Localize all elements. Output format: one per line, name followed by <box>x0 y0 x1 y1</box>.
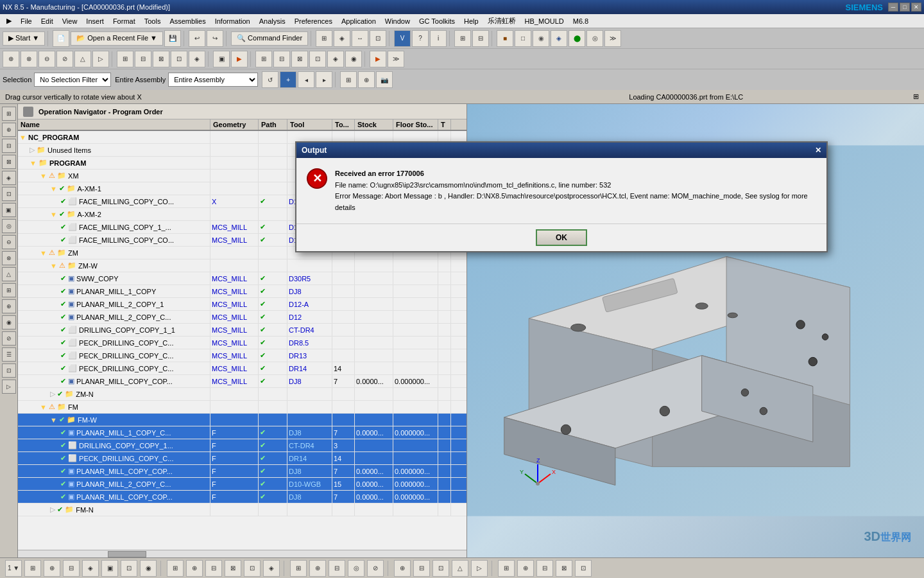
tb2-btn17[interactable]: ⊡ <box>309 51 326 67</box>
snap-btn[interactable]: ⊞ <box>316 30 332 47</box>
sidebar-icon-5[interactable]: ◈ <box>2 171 16 185</box>
menu-application[interactable]: Application <box>338 16 380 26</box>
menu-edit[interactable]: Edit <box>37 16 57 26</box>
filter-btn6[interactable]: ⊕ <box>358 71 375 88</box>
tb2-btn11[interactable]: ◈ <box>189 51 205 67</box>
sidebar-icon-11[interactable]: △ <box>2 267 16 281</box>
tb2-btn19[interactable]: ◉ <box>345 51 362 67</box>
menu-start[interactable]: ▶ <box>3 15 15 26</box>
table-row[interactable]: ✔ ▣ SWW_COPY MCS_MILL ✔ D30R5 <box>18 272 466 285</box>
menu-file[interactable]: File <box>17 16 36 26</box>
bottom-btn-13[interactable]: ⊡ <box>244 560 261 577</box>
bottom-btn-8[interactable]: ◉ <box>140 560 157 577</box>
grid-btn[interactable]: ⊞ <box>454 30 471 47</box>
tb2-more-btn[interactable]: ≫ <box>388 51 404 67</box>
bottom-btn-29[interactable]: ⊡ <box>575 560 592 577</box>
bottom-btn-10[interactable]: ⊕ <box>186 560 203 577</box>
close-button[interactable]: ✕ <box>911 3 921 12</box>
bottom-btn-27[interactable]: ⊟ <box>536 560 553 577</box>
sidebar-icon-14[interactable]: ◉ <box>2 315 16 329</box>
tb2-btn4[interactable]: ⊘ <box>56 51 73 67</box>
table-row[interactable]: ▼ ✔ 📁 FM-W <box>18 414 466 426</box>
tb2-btn7[interactable]: ⊞ <box>117 51 133 67</box>
sidebar-icon-17[interactable]: ⊡ <box>2 363 16 378</box>
bottom-btn-5[interactable]: ◈ <box>82 560 99 577</box>
tb2-btn15[interactable]: ⊟ <box>273 51 290 67</box>
table-row[interactable]: ▼ ⚠ 📁 ZM-W <box>18 259 466 272</box>
hscroll-thumb[interactable] <box>108 551 146 557</box>
table-row[interactable]: ✔ ⬜ PECK_DRILLING_COPY_C... F ✔ DR14 14 <box>18 452 466 465</box>
menu-tools[interactable]: Tools <box>141 16 165 26</box>
window-controls[interactable]: ─ □ ✕ <box>888 3 921 12</box>
tb2-btn5[interactable]: △ <box>74 51 91 67</box>
table-row[interactable]: ✔ ▣ PLANAR_MILL_COPY_COP... MCS_MILL ✔ D… <box>18 375 466 388</box>
bottom-btn-12[interactable]: ⊠ <box>225 560 241 577</box>
table-row[interactable]: ▷ ✔ 📁 FM-N <box>18 504 466 516</box>
filter-btn4[interactable]: ▸ <box>316 71 332 88</box>
info-btn[interactable]: i <box>430 30 447 47</box>
table-row[interactable]: ✔ ⬜ PECK_DRILLING_COPY_C... MCS_MILL ✔ D… <box>18 337 466 349</box>
sidebar-icon-6[interactable]: ⊡ <box>2 187 16 201</box>
sidebar-icon-15[interactable]: ⊘ <box>2 331 16 346</box>
redo-button[interactable]: ↪ <box>207 30 223 47</box>
menu-view[interactable]: View <box>58 16 81 26</box>
nav-hscroll[interactable] <box>18 550 466 557</box>
more-btn[interactable]: ≫ <box>604 30 621 47</box>
tb2-btn3[interactable]: ⊖ <box>38 51 55 67</box>
bottom-btn-15[interactable]: ⊞ <box>290 560 307 577</box>
sidebar-icon-9[interactable]: ⊖ <box>2 235 16 249</box>
solid-btn[interactable]: ■ <box>497 30 513 47</box>
table-row[interactable]: ✔ ▣ PLANAR_MILL_1_COPY_C... F ✔ DJ8 7 0.… <box>18 426 466 439</box>
filter-btn2[interactable]: + <box>280 71 296 88</box>
sidebar-icon-7[interactable]: ▣ <box>2 203 16 217</box>
tb2-btn14[interactable]: ⊞ <box>255 51 272 67</box>
tb2-btn9[interactable]: ⊠ <box>153 51 169 67</box>
assembly-filter[interactable]: Entire Assembly <box>168 73 258 87</box>
command-finder-button[interactable]: 🔍 Command Finder <box>231 31 308 46</box>
view-btn1[interactable]: ◈ <box>334 30 350 47</box>
bottom-btn-20[interactable]: ⊕ <box>394 560 411 577</box>
bottom-btn-23[interactable]: △ <box>452 560 468 577</box>
tb2-btn16[interactable]: ⊠ <box>291 51 308 67</box>
bottom-btn-25[interactable]: ⊞ <box>498 560 515 577</box>
menu-information[interactable]: Information <box>211 16 254 26</box>
start-button[interactable]: ▶ Start ▼ <box>3 31 45 46</box>
filter-btn1[interactable]: ↺ <box>262 71 278 88</box>
filter-btn3[interactable]: ◂ <box>298 71 314 88</box>
table-row[interactable]: ✔ ⬜ PECK_DRILLING_COPY_C... MCS_MILL ✔ D… <box>18 362 466 375</box>
tb2-btn1[interactable]: ⊕ <box>3 51 19 67</box>
menu-insert[interactable]: Insert <box>82 16 108 26</box>
menu-chinese[interactable]: 乐清虹桥 <box>484 15 520 27</box>
tb2-btn10[interactable]: ⊡ <box>171 51 187 67</box>
menu-preferences[interactable]: Preferences <box>291 16 336 26</box>
menu-gc-toolkits[interactable]: GC Toolkits <box>415 16 459 26</box>
sidebar-icon-8[interactable]: ◎ <box>2 219 16 233</box>
bottom-btn-6[interactable]: ▣ <box>101 560 118 577</box>
maximize-button[interactable]: □ <box>900 3 910 12</box>
layer-btn[interactable]: ◎ <box>586 30 603 47</box>
menu-help[interactable]: Help <box>460 16 483 26</box>
sidebar-icon-10[interactable]: ⊗ <box>2 251 16 265</box>
table-row[interactable]: ▷ ✔ 📁 ZM-N <box>18 388 466 401</box>
menu-m68[interactable]: M6.8 <box>569 16 592 26</box>
shade-btn[interactable]: ◉ <box>533 30 549 47</box>
ok-button[interactable]: OK <box>536 229 587 246</box>
view-btn4[interactable]: V <box>394 30 411 47</box>
bottom-btn-7[interactable]: ⊡ <box>121 560 137 577</box>
tb2-btn18[interactable]: ◈ <box>327 51 344 67</box>
table-row[interactable]: ▼ ⚠ 📁 FM <box>18 401 466 414</box>
help-btn[interactable]: ? <box>412 30 429 47</box>
bottom-btn-2[interactable]: ⊞ <box>24 560 41 577</box>
sidebar-icon-16[interactable]: ☰ <box>2 347 16 362</box>
render-btn[interactable]: ◈ <box>551 30 567 47</box>
open-recent-button[interactable]: 📂 Open a Recent File ▼ <box>71 31 163 46</box>
bottom-btn-4[interactable]: ⊟ <box>63 560 80 577</box>
table-row[interactable]: ✔ ▣ PLANAR_MILL_COPY_COP... F ✔ DJ8 7 0.… <box>18 465 466 478</box>
snap-grid-btn[interactable]: ⊟ <box>472 30 489 47</box>
bottom-btn-11[interactable]: ⊟ <box>205 560 222 577</box>
bottom-btn-18[interactable]: ◎ <box>348 560 364 577</box>
sidebar-icon-12[interactable]: ⊞ <box>2 283 16 297</box>
sidebar-icon-1[interactable]: ⊞ <box>2 107 16 121</box>
bottom-btn-17[interactable]: ⊟ <box>329 560 345 577</box>
sidebar-icon-4[interactable]: ⊠ <box>2 155 16 169</box>
